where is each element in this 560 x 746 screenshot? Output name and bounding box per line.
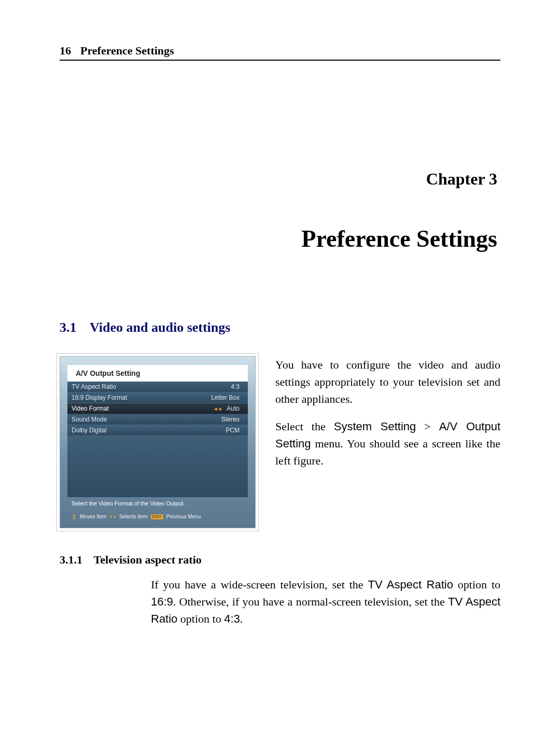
page-number: 16 [60, 44, 71, 58]
subsection-heading: 3.1.1 Television aspect ratio [60, 553, 500, 567]
section-body-text: You have to configure the video and audi… [275, 356, 500, 480]
option-value-169: 16:9 [151, 595, 173, 608]
body-b: option to [453, 578, 500, 591]
body-c: . Otherwise, if you have a normal-screen… [173, 595, 448, 608]
legend-selects: Selects Item [119, 514, 148, 519]
tv-menu-panel: A/V Output Setting TV Aspect Ratio 4:3 1… [60, 356, 256, 528]
body-a: If you have a wide-screen television, se… [151, 578, 368, 591]
legend-moves: Moves Item [80, 514, 107, 519]
tv-row-aspect: TV Aspect Ratio 4:3 [67, 382, 248, 392]
option-value-43: 4:3 [224, 612, 240, 625]
section-number: 3.1 [60, 320, 77, 335]
legend-prev: Previous Menu [166, 514, 201, 519]
option-name-1: TV Aspect Ratio [368, 578, 453, 591]
running-header: 16 Preference Settings [60, 44, 500, 61]
figure-and-text: A/V Output Setting TV Aspect Ratio 4:3 1… [60, 356, 500, 528]
subsection-body: If you have a wide-screen television, se… [151, 576, 500, 627]
p2-gt: > [416, 420, 439, 433]
p2-part-a: Select the [275, 420, 334, 433]
tv-row-value: Letter Box [211, 394, 240, 401]
menu-path-system-setting: System Setting [334, 420, 416, 433]
tv-row-value: ◄► Auto [213, 405, 240, 412]
tv-row-label: Dolby Digital [72, 427, 106, 434]
chapter-title: Preference Settings [60, 225, 497, 252]
running-title: Preference Settings [80, 44, 174, 58]
tv-row-value-text: Auto [227, 405, 240, 412]
section-heading: 3.1 Video and audio settings [60, 320, 500, 335]
tv-menu-hint: Select the Video Format of the Video Out… [60, 497, 255, 506]
tv-menu-empty-area [67, 436, 248, 497]
tv-row-label: TV Aspect Ratio [72, 383, 116, 390]
section-title: Video and audio settings [90, 320, 230, 335]
tv-row-label: Video Format [72, 405, 109, 412]
tv-menu-legend: Moves Item Selects Item EXIT Previous Me… [60, 506, 255, 522]
lr-arrows-icon: ◄► [213, 406, 223, 412]
tv-row-value: PCM [226, 427, 240, 434]
paragraph-1: You have to configure the video and audi… [275, 356, 500, 407]
av-output-figure: A/V Output Setting TV Aspect Ratio 4:3 1… [60, 356, 255, 528]
body-d: option to [177, 612, 224, 625]
tv-row-dolby: Dolby Digital PCM [67, 425, 248, 436]
subsection-title: Television aspect ratio [94, 553, 202, 566]
tv-row-label: Sound Mode [72, 416, 107, 423]
tv-menu-title: A/V Output Setting [67, 365, 248, 382]
tv-row-videoformat: Video Format ◄► Auto [67, 403, 248, 414]
tv-menu-list: TV Aspect Ratio 4:3 16:9 Display Format … [67, 382, 248, 436]
chapter-label: Chapter 3 [60, 170, 497, 189]
updown-arrows-icon [72, 514, 77, 519]
body-e: . [240, 612, 243, 625]
tv-row-label: 16:9 Display Format [72, 394, 127, 401]
subsection-number: 3.1.1 [60, 553, 82, 566]
tv-row-value: 4:3 [231, 383, 240, 390]
tv-row-value: Stereo [221, 416, 240, 423]
page: 16 Preference Settings Chapter 3 Prefere… [0, 0, 560, 746]
tv-row-169display: 16:9 Display Format Letter Box [67, 392, 248, 403]
exit-key-icon: EXIT [151, 514, 163, 519]
leftright-arrows-icon [110, 515, 116, 519]
tv-row-soundmode: Sound Mode Stereo [67, 414, 248, 425]
paragraph-2: Select the System Setting > A/V Output S… [275, 418, 500, 469]
